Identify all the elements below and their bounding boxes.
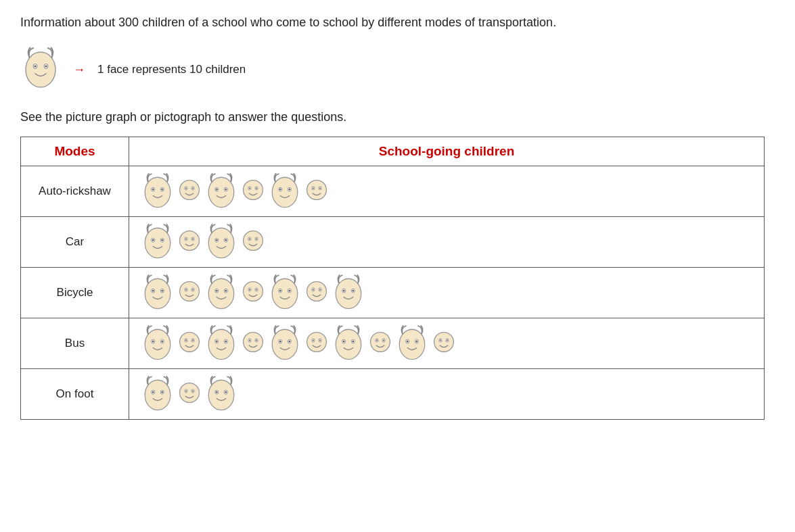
svg-point-40	[180, 231, 200, 251]
face-big-icon	[204, 322, 239, 364]
col-header-children: School-going children	[129, 137, 765, 166]
col-header-modes: Modes	[21, 137, 129, 166]
svg-point-149	[192, 390, 194, 391]
svg-point-87	[343, 290, 345, 292]
svg-point-69	[225, 290, 227, 292]
svg-point-92	[152, 341, 154, 343]
svg-point-14	[192, 187, 194, 189]
legend-row: → 1 face represents 10 children	[20, 44, 775, 95]
svg-point-135	[434, 333, 454, 352]
svg-point-49	[225, 239, 227, 241]
svg-point-9	[162, 189, 164, 191]
svg-point-120	[336, 329, 361, 359]
table-row: On foot	[21, 369, 765, 420]
svg-point-147	[185, 390, 187, 391]
svg-point-57	[152, 290, 154, 292]
svg-point-90	[145, 329, 171, 359]
face-small-icon	[178, 229, 201, 255]
svg-point-104	[225, 341, 227, 343]
svg-point-142	[152, 391, 154, 393]
svg-point-102	[216, 341, 218, 343]
svg-point-89	[353, 290, 355, 292]
faces-cell	[129, 217, 765, 268]
svg-point-70	[244, 282, 263, 301]
svg-point-125	[371, 333, 390, 352]
svg-point-110	[272, 329, 298, 359]
face-big-icon	[394, 322, 430, 364]
svg-point-140	[145, 380, 171, 410]
mode-cell: Bus	[21, 318, 129, 369]
legend-arrow: →	[73, 63, 85, 77]
svg-point-117	[313, 339, 314, 341]
svg-point-129	[383, 339, 384, 341]
svg-point-67	[216, 290, 218, 292]
svg-point-60	[180, 282, 200, 301]
svg-point-97	[185, 339, 187, 341]
face-small-icon	[432, 331, 455, 356]
face-small-icon	[369, 331, 392, 356]
intro-text: Information about 300 children of a scho…	[20, 14, 629, 32]
mode-cell: Car	[21, 217, 129, 268]
svg-point-17	[216, 189, 218, 191]
svg-point-79	[289, 290, 291, 292]
svg-point-130	[399, 329, 425, 359]
face-big-icon	[267, 322, 302, 364]
mode-cell: Auto-rickshaw	[21, 166, 129, 217]
face-big-icon	[204, 373, 239, 415]
svg-point-139	[447, 339, 448, 341]
svg-point-152	[216, 391, 218, 393]
svg-point-34	[319, 187, 321, 189]
mode-cell: On foot	[21, 369, 129, 420]
svg-point-95	[180, 333, 200, 352]
svg-point-109	[256, 339, 257, 341]
svg-point-80	[307, 282, 327, 301]
faces-cell	[129, 318, 765, 369]
svg-point-99	[192, 339, 194, 341]
face-small-icon	[305, 331, 328, 356]
svg-point-154	[225, 391, 227, 393]
table-row: Auto-rickshaw	[21, 166, 765, 217]
svg-point-137	[440, 339, 441, 341]
face-big-icon	[140, 221, 175, 263]
face-small-icon	[242, 229, 265, 255]
svg-point-19	[225, 189, 227, 191]
face-big-icon	[204, 221, 239, 263]
svg-point-84	[319, 289, 321, 290]
svg-point-4	[45, 66, 47, 68]
svg-point-107	[249, 339, 250, 341]
svg-point-144	[162, 391, 164, 393]
face-big-icon	[331, 322, 366, 364]
svg-point-10	[180, 180, 200, 200]
svg-point-94	[162, 341, 164, 343]
svg-point-64	[192, 289, 194, 290]
svg-point-145	[180, 383, 200, 403]
svg-point-134	[416, 341, 418, 343]
face-big-icon	[267, 272, 302, 314]
svg-point-35	[145, 228, 171, 258]
svg-point-39	[162, 239, 164, 241]
svg-point-37	[152, 239, 154, 241]
mode-cell: Bicycle	[21, 268, 129, 318]
svg-point-55	[145, 279, 171, 308]
svg-point-127	[376, 339, 378, 341]
face-big-icon	[204, 170, 239, 212]
legend-description: 1 face represents 10 children	[97, 63, 246, 76]
face-small-icon	[178, 178, 201, 204]
svg-point-47	[216, 239, 218, 241]
svg-point-62	[185, 289, 187, 290]
face-small-icon	[242, 280, 265, 306]
svg-point-15	[208, 177, 234, 207]
svg-point-114	[289, 341, 291, 343]
face-small-icon	[178, 381, 201, 407]
pictograph-table: Modes School-going children Auto-ricksha…	[20, 137, 765, 420]
svg-point-119	[319, 339, 321, 341]
svg-point-30	[307, 180, 327, 200]
svg-point-112	[279, 341, 281, 343]
svg-point-5	[145, 177, 171, 207]
svg-point-2	[35, 66, 37, 68]
svg-point-85	[336, 279, 361, 308]
svg-point-24	[256, 187, 257, 189]
svg-point-150	[208, 380, 234, 410]
svg-point-100	[208, 329, 234, 359]
face-big-icon	[331, 272, 366, 314]
